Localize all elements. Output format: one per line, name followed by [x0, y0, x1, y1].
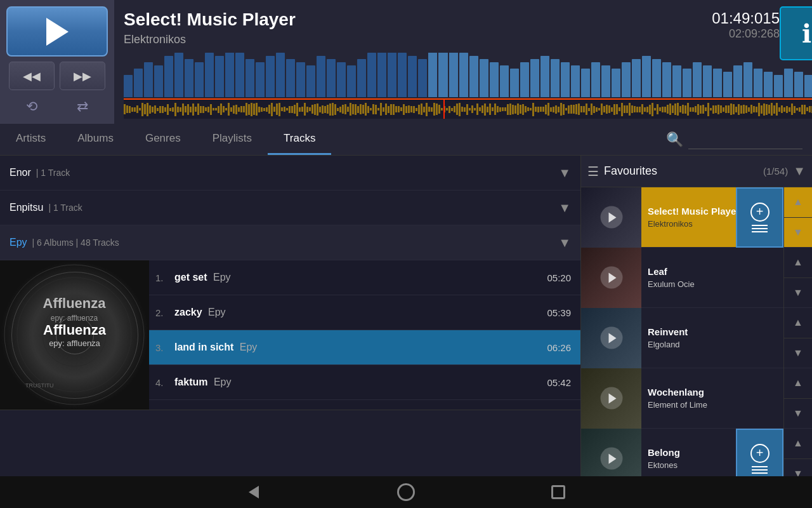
fav-track-name-4: Wochenlang	[648, 387, 777, 398]
fav-down-3[interactable]: ▼	[783, 338, 812, 368]
tab-albums[interactable]: Albums	[62, 124, 129, 155]
waveform-timeline[interactable]	[124, 100, 812, 119]
artist-row-epy[interactable]: Epy | 6 Albums | 48 Tracks ▼	[0, 225, 580, 260]
fav-item-2[interactable]: Leaf Exulum Ocie ▲ ▼	[581, 248, 812, 308]
waveform-bar-58	[713, 69, 722, 97]
fav-down-4[interactable]: ▼	[783, 399, 812, 429]
waveform-bar-46	[591, 62, 600, 97]
timeline-bar-35	[213, 108, 214, 110]
timeline-bar-204	[641, 104, 643, 114]
expand-enpitsu-icon[interactable]: ▼	[558, 201, 571, 215]
artist-row-enpitsu[interactable]: Enpitsu | 1 Track ▼	[0, 190, 580, 225]
timeline-bar-205	[644, 107, 646, 112]
fav-up-4[interactable]: ▲	[783, 368, 812, 399]
album-cover-epy: Affluenza epy: affluenza Affluenza epy: …	[0, 260, 149, 410]
timeline-bar-108	[398, 106, 400, 112]
timeline-bar-232	[712, 105, 714, 114]
shuffle-button[interactable]: ⇄	[60, 95, 105, 117]
waveform-bar-32	[449, 53, 458, 97]
timeline-bar-29	[197, 104, 199, 115]
timeline-bar-112	[408, 105, 410, 113]
timeline-bar-25	[187, 104, 189, 115]
fav-down-2[interactable]: ▼	[783, 278, 812, 308]
search-icon[interactable]: 🔍	[666, 131, 683, 148]
recents-button[interactable]	[546, 479, 571, 505]
expand-enor-icon[interactable]: ▼	[558, 166, 571, 180]
timeline-bar-268	[804, 105, 806, 114]
waveform-bar-42	[551, 59, 560, 97]
prev-button[interactable]: ◀◀	[9, 62, 55, 90]
fav-up-1[interactable]: ▲	[783, 187, 812, 218]
timeline-bar-233	[715, 105, 717, 113]
back-button[interactable]	[241, 479, 266, 505]
timeline-bar-255	[771, 103, 773, 116]
home-button[interactable]	[393, 479, 419, 505]
waveform-bar-29	[418, 59, 427, 97]
tab-tracks[interactable]: Tracks	[268, 124, 331, 155]
timeline-bar-106	[393, 104, 395, 115]
timeline-bar-118	[423, 107, 425, 112]
timeline-bar-235	[720, 105, 722, 113]
timeline-bar-56	[266, 107, 268, 112]
timeline-bar-4	[134, 107, 136, 112]
timeline-bar-187	[598, 108, 600, 110]
artist-row-enor[interactable]: Enor | 1 Track ▼	[0, 156, 580, 190]
fav-up-2[interactable]: ▲	[783, 248, 812, 278]
timeline-bar-82	[332, 103, 334, 116]
track-item-1[interactable]: 1. get set Epy 05:20	[149, 260, 580, 295]
waveform-bar-23	[357, 59, 366, 97]
track-item-4[interactable]: 4. faktum Epy 05:42	[149, 365, 580, 400]
timeline-bar-138	[474, 108, 476, 110]
timeline-bar-249	[756, 107, 757, 112]
search-input[interactable]	[688, 130, 802, 149]
timeline-bar-1	[126, 105, 128, 113]
timeline-bar-198	[626, 105, 628, 113]
waveform-bar-31	[438, 53, 447, 97]
timeline-bar-73	[309, 107, 311, 111]
play-button[interactable]	[6, 6, 108, 57]
artist-name-enpitsu: Enpitsu	[10, 202, 43, 213]
timeline-bar-24	[185, 106, 187, 112]
tab-genres[interactable]: Genres	[129, 124, 197, 155]
timeline-bar-62	[281, 107, 283, 111]
tab-artists[interactable]: Artists	[0, 124, 62, 155]
timeline-bar-250	[758, 103, 760, 116]
fav-up-3[interactable]: ▲	[783, 308, 812, 338]
add-playlist-overlay-1[interactable]: +	[736, 187, 783, 248]
timeline-bar-87	[344, 104, 346, 114]
repeat-button[interactable]: ⟲	[9, 95, 55, 117]
waveform-bar-28	[408, 56, 417, 97]
timeline-bar-86	[342, 105, 344, 114]
track-item-2[interactable]: 2. zacky Epy 05:39	[149, 295, 580, 330]
favourites-dropdown-icon[interactable]: ▼	[793, 164, 806, 178]
timeline-bar-242	[738, 104, 740, 115]
expand-epy-icon[interactable]: ▼	[558, 236, 571, 250]
timeline-bar-193	[613, 104, 615, 115]
timeline-bar-264	[794, 106, 796, 113]
timeline-bar-240	[733, 104, 735, 114]
fav-item-3[interactable]: Reinvent Elgoland ▲ ▼	[581, 308, 812, 368]
next-button[interactable]: ▶▶	[60, 62, 105, 90]
timeline-bar-6	[139, 108, 141, 110]
fav-item-1[interactable]: Select! Music Player Elektronikos + ▲ ▼	[581, 187, 812, 248]
fav-down-1[interactable]: ▼	[783, 218, 812, 248]
timeline-bar-109	[400, 107, 402, 111]
track-item-3[interactable]: 3. land in sicht Epy 06:26	[149, 330, 580, 365]
timeline-bar-71	[304, 103, 306, 116]
timeline-bar-74	[311, 105, 313, 114]
timeline-bar-261	[786, 106, 788, 113]
timeline-bar-95	[365, 103, 367, 116]
timeline-bar-197	[624, 105, 625, 113]
fav-up-5[interactable]: ▲	[783, 429, 812, 459]
track-duration-2: 05:39	[536, 307, 571, 318]
timeline-bar-226	[697, 104, 699, 115]
tab-playlists[interactable]: Playlists	[197, 124, 268, 155]
timeline-bar-213	[664, 107, 666, 112]
fav-item-4[interactable]: Wochenlang Element of Lime ▲ ▼	[581, 368, 812, 429]
timeline-bar-104	[388, 106, 390, 113]
timeline-bar-251	[761, 105, 763, 114]
bottom-bar	[0, 476, 812, 508]
timeline-bar-160	[530, 108, 532, 110]
fav-track-name-3: Reinvent	[648, 326, 777, 337]
info-button[interactable]: ℹ	[780, 6, 812, 60]
